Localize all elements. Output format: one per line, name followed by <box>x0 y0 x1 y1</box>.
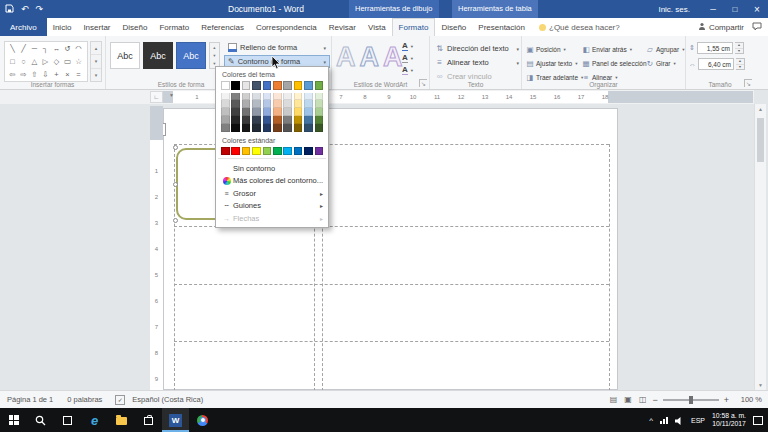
variant-swatch[interactable] <box>294 93 303 101</box>
ribbon-tab-insertar[interactable]: Insertar <box>77 18 116 36</box>
variant-swatch[interactable] <box>221 124 230 132</box>
variant-swatch[interactable] <box>252 108 261 116</box>
shape-gallery-item[interactable]: ▭ <box>62 55 73 68</box>
variant-swatch[interactable] <box>221 100 230 108</box>
menu-item-sin-contorno[interactable]: Sin contorno <box>216 162 328 175</box>
variant-swatch[interactable] <box>263 116 272 124</box>
variant-swatch[interactable] <box>231 124 240 132</box>
variant-swatch[interactable] <box>231 93 240 101</box>
scroll-up-icon[interactable]: ▲ <box>755 104 766 114</box>
variant-swatch[interactable] <box>242 100 251 108</box>
wordart-mini-button[interactable]: A▾ <box>402 64 426 76</box>
variant-swatch[interactable] <box>252 93 261 101</box>
variant-swatch[interactable] <box>231 100 240 108</box>
theme-color-swatch[interactable] <box>221 81 230 90</box>
sign-in-link[interactable]: Inic. ses. <box>658 5 690 14</box>
theme-color-swatch[interactable] <box>304 81 313 90</box>
variant-swatch[interactable] <box>242 108 251 116</box>
tray-chevron-icon[interactable]: ^ <box>649 416 653 425</box>
height-stepper[interactable]: ▲ ▼ <box>735 42 744 54</box>
variant-swatch[interactable] <box>263 93 272 101</box>
read-mode-icon[interactable]: ▤ <box>609 395 619 404</box>
taskbar-chrome[interactable] <box>189 408 216 432</box>
taskbar-store[interactable] <box>135 408 162 432</box>
theme-color-swatch[interactable] <box>273 81 282 90</box>
tab-selector[interactable]: ∟ <box>150 91 163 103</box>
standard-color-swatch[interactable] <box>242 147 251 156</box>
theme-color-swatch[interactable] <box>283 81 292 90</box>
variant-swatch[interactable] <box>221 108 230 116</box>
variant-swatch[interactable] <box>315 100 324 108</box>
variant-swatch[interactable] <box>304 100 313 108</box>
keyboard-language[interactable]: ESP <box>691 417 705 424</box>
variant-swatch[interactable] <box>283 124 292 132</box>
zoom-slider-thumb[interactable] <box>689 396 693 404</box>
width-stepper[interactable]: ▲ ▼ <box>736 58 745 70</box>
shape-gallery-item[interactable]: × <box>62 68 73 81</box>
taskbar-edge[interactable]: e <box>81 408 108 432</box>
wordart-mini-button[interactable]: A▾ <box>402 52 426 64</box>
variant-swatch[interactable] <box>315 124 324 132</box>
language-label[interactable]: Español (Costa Rica) <box>125 395 210 404</box>
shape-gallery-item[interactable]: △ <box>29 55 40 68</box>
task-view-button[interactable] <box>54 408 81 432</box>
selection-handle[interactable] <box>173 218 178 223</box>
stepper-down-icon[interactable]: ▼ <box>736 65 744 70</box>
button-ajustar-texto[interactable]: ▤Ajustar texto▾ <box>526 56 582 70</box>
wordart-style-thumb[interactable]: A <box>383 36 403 78</box>
redo-icon[interactable]: ↷ <box>36 4 44 14</box>
shape-gallery-item[interactable]: ─ <box>29 42 40 55</box>
variant-swatch[interactable] <box>315 108 324 116</box>
variant-swatch[interactable] <box>315 116 324 124</box>
shape-width-input[interactable]: 6,40 cm <box>698 58 734 70</box>
shape-gallery-item[interactable]: ▷ <box>40 55 51 68</box>
variant-swatch[interactable] <box>242 93 251 101</box>
gallery-down-icon[interactable]: ▾ <box>91 55 101 68</box>
variant-swatch[interactable] <box>242 116 251 124</box>
standard-color-swatch[interactable] <box>231 147 240 156</box>
theme-color-swatch[interactable] <box>315 81 324 90</box>
theme-color-swatch[interactable] <box>263 81 272 90</box>
menu-item-ms-colores-del-contorno[interactable]: Más colores del contorno... <box>216 175 328 188</box>
share-button[interactable]: Compartir <box>698 22 744 32</box>
menu-item-guiones[interactable]: ╌Guiones▸ <box>216 200 328 213</box>
variant-swatch[interactable] <box>263 100 272 108</box>
shape-fill-button[interactable]: Relleno de forma ▾ <box>224 41 330 54</box>
variant-swatch[interactable] <box>294 100 303 108</box>
selection-handle[interactable] <box>173 182 178 187</box>
shape-gallery-item[interactable]: ↺ <box>62 42 73 55</box>
button-panel-de-seleccin[interactable]: ▦Panel de selección <box>582 56 646 70</box>
variant-swatch[interactable] <box>263 124 272 132</box>
variant-swatch[interactable] <box>294 116 303 124</box>
shape-gallery-item[interactable]: ○ <box>18 55 29 68</box>
theme-color-swatch[interactable] <box>231 81 240 90</box>
ribbon-tab-vista[interactable]: Vista <box>362 18 392 36</box>
zoom-out-icon[interactable]: − <box>652 395 657 405</box>
gallery-more-icon[interactable]: ▾ <box>91 69 101 81</box>
shape-gallery-item[interactable]: ☆ <box>73 55 84 68</box>
standard-color-swatch[interactable] <box>283 147 292 156</box>
variant-swatch[interactable] <box>283 108 292 116</box>
shape-gallery-item[interactable]: ╲ <box>7 42 18 55</box>
shape-gallery-item[interactable]: = <box>73 68 84 81</box>
zoom-in-icon[interactable]: + <box>724 395 729 405</box>
zoom-slider[interactable] <box>663 399 719 401</box>
shape-gallery-item[interactable]: ⇨ <box>18 68 29 81</box>
proofing-icon[interactable]: ✓ <box>115 395 125 405</box>
taskbar-clock[interactable]: 10:58 a. m. 10/11/2017 <box>712 412 746 428</box>
vertical-scrollbar[interactable]: ▲ ▼ <box>754 104 766 390</box>
shape-height-input[interactable]: 1,55 cm <box>697 42 733 54</box>
volume-icon[interactable] <box>675 411 684 429</box>
variant-swatch[interactable] <box>283 93 292 101</box>
tell-me-box[interactable]: ¿Qué desea hacer? <box>531 18 628 36</box>
ribbon-tab-formato-drawing[interactable]: Formato <box>392 18 436 36</box>
variant-swatch[interactable] <box>242 124 251 132</box>
wordart-style-thumb[interactable]: A <box>336 36 356 78</box>
shape-gallery-item[interactable]: + <box>51 68 62 81</box>
variant-swatch[interactable] <box>304 108 313 116</box>
print-layout-icon[interactable]: ▣ <box>623 395 633 404</box>
button-direccin-del-texto[interactable]: ⇅Dirección del texto▾ <box>435 42 519 55</box>
standard-color-swatch[interactable] <box>252 147 261 156</box>
variant-swatch[interactable] <box>263 108 272 116</box>
wordart-mini-button[interactable]: A▾ <box>402 40 426 52</box>
